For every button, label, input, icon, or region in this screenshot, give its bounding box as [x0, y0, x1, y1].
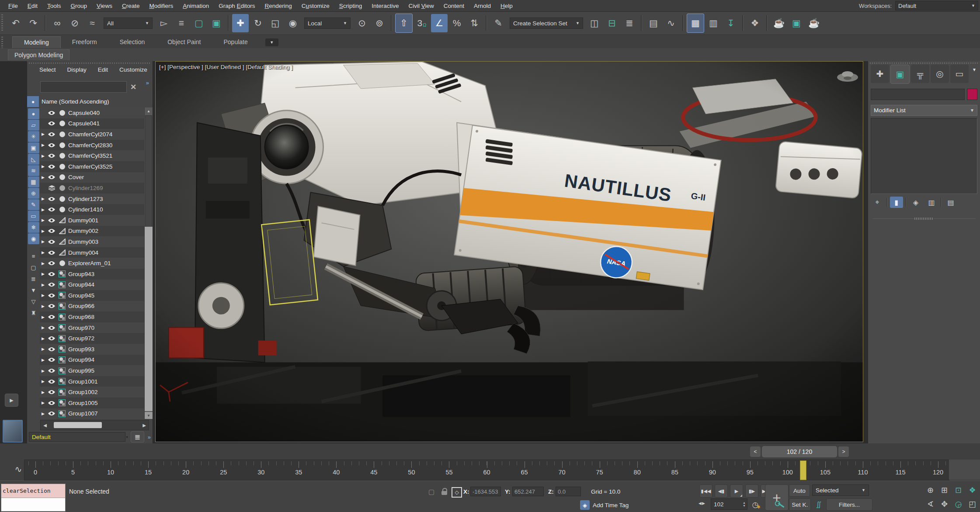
select-by-name-button[interactable]: ≡	[173, 14, 190, 32]
visibility-eye-icon[interactable]	[46, 228, 57, 233]
expand-icon[interactable]: ▶	[40, 250, 46, 255]
named-selection-sets-dropdown[interactable]: Create Selection Set▼	[510, 17, 583, 29]
expand-icon[interactable]: ▶	[40, 401, 46, 405]
remove-modifier-button[interactable]: ▥	[925, 197, 938, 208]
snaps-toggle[interactable]: 3Ω	[414, 14, 430, 32]
expand-icon[interactable]: ▶	[40, 132, 46, 136]
menu-tools[interactable]: Tools	[42, 3, 66, 9]
footer-overflow-chevron-icon[interactable]: »	[148, 434, 151, 440]
display-helpers-filter[interactable]: ◺	[28, 154, 39, 165]
workspaces-dropdown[interactable]: Default ▼	[895, 1, 978, 10]
scroll-up-icon[interactable]: ▲	[145, 107, 153, 114]
ribbon-tab-selection[interactable]: Selection	[108, 36, 156, 48]
unlink-selection-button[interactable]: ⊘	[66, 14, 83, 32]
select-and-rotate-button[interactable]: ↻	[250, 14, 266, 32]
set-key-button[interactable]: Set K.	[789, 498, 811, 511]
visibility-eye-icon[interactable]	[46, 347, 57, 352]
command-tab-motion[interactable]: ◎	[931, 65, 949, 83]
scene-object-row[interactable]: Cylinder1269	[40, 183, 144, 194]
bind-to-space-warp-button[interactable]: ≈	[84, 14, 101, 32]
scene-object-row[interactable]: ▶Group1005	[40, 398, 144, 408]
scene-object-row[interactable]: Capsule041	[40, 118, 144, 129]
make-unique-button[interactable]: ◈	[909, 197, 922, 208]
key-filters-button[interactable]: Filters...	[826, 498, 872, 511]
ribbon-tab-populate[interactable]: Populate	[212, 36, 259, 48]
menu-rendering[interactable]: Rendering	[260, 3, 297, 9]
ribbon-tab-modeling[interactable]: Modeling	[12, 36, 61, 48]
expand-icon[interactable]: ▶	[40, 369, 46, 373]
menu-scripting[interactable]: Scripting	[334, 3, 367, 9]
scene-object-row[interactable]: ▶ChamferCyl3521	[40, 150, 144, 161]
explorer-menu-customize[interactable]: Customize	[119, 66, 147, 73]
selection-region-icon[interactable]: ▢	[426, 487, 437, 497]
scene-object-row[interactable]: ▶ExplorerArm_01	[40, 258, 144, 269]
play-button[interactable]: ▶	[730, 484, 743, 498]
expand-all-button[interactable]: ≡	[28, 251, 39, 262]
menu-customize[interactable]: Customize	[297, 3, 334, 9]
expand-icon[interactable]: ▶	[40, 293, 46, 298]
toggle-ribbon-button[interactable]: ▦	[687, 14, 704, 33]
expand-panel-button[interactable]: ▶	[5, 394, 18, 407]
pin-stack-button[interactable]: ⌖	[871, 197, 884, 208]
selection-filter-dropdown[interactable]: All▼	[104, 17, 153, 29]
scene-object-row[interactable]: ▶Cylinder1410	[40, 204, 144, 215]
expand-icon[interactable]: ▶	[40, 239, 46, 244]
command-tab-hierarchy[interactable]: ╦	[911, 65, 929, 83]
pan-view-button[interactable]: ✥	[938, 497, 951, 511]
menu-group[interactable]: Group	[66, 3, 92, 9]
expand-icon[interactable]: ▶	[40, 304, 46, 308]
visibility-eye-icon[interactable]	[46, 411, 57, 416]
command-tab-modify[interactable]: ▣	[890, 65, 910, 84]
expand-icon[interactable]: ▶	[40, 272, 46, 276]
activeshade-button[interactable]: ❖	[747, 14, 763, 32]
timeline-ruler[interactable]: 0510152025303540455055606570758085909510…	[24, 460, 949, 481]
expand-icon[interactable]: ▶	[40, 143, 46, 147]
menu-arnold[interactable]: Arnold	[469, 3, 496, 9]
sort-options-button[interactable]: ≣	[28, 273, 39, 284]
expand-icon[interactable]: ▶	[40, 175, 46, 180]
scene-object-row[interactable]: ▶ChamferCyl2830	[40, 140, 144, 151]
scene-object-row[interactable]: ▶Group966	[40, 301, 144, 312]
visibility-eye-icon[interactable]	[46, 239, 57, 244]
expand-icon[interactable]: ▶	[40, 283, 46, 287]
layers-icon[interactable]: ≣	[131, 431, 144, 443]
expand-icon[interactable]: ▶	[40, 154, 46, 158]
zoom-extents-all-button[interactable]: ❖	[966, 483, 979, 497]
visibility-eye-icon[interactable]	[46, 164, 57, 169]
zoom-extents-button[interactable]: ⊡	[952, 483, 965, 497]
polygon-modeling-panel-tab[interactable]: Polygon Modeling	[8, 49, 70, 60]
visibility-eye-icon[interactable]	[46, 143, 57, 148]
align-button[interactable]: ⊟	[604, 14, 620, 32]
mirror-button[interactable]: ◫	[586, 14, 603, 32]
visibility-eye-icon[interactable]	[46, 197, 57, 201]
scroll-right-icon[interactable]: ▶	[140, 423, 149, 428]
scrollbar-thumb[interactable]	[145, 115, 152, 228]
layer-field-flyout[interactable]: ▾	[126, 435, 128, 439]
ribbon-tab-object-paint[interactable]: Object Paint	[156, 36, 212, 48]
horizontal-scrollbar[interactable]: ◀ ▶	[40, 420, 149, 430]
expand-icon[interactable]: ▶	[40, 390, 46, 394]
scene-object-row[interactable]: ▶Group1001	[40, 376, 144, 387]
expand-icon[interactable]: ▶	[40, 358, 46, 362]
object-color-swatch[interactable]	[967, 89, 977, 100]
listener-script-line[interactable]	[1, 498, 65, 511]
display-cameras-filter[interactable]: ▣	[28, 142, 39, 153]
select-and-uniform-scale-button[interactable]: ◱	[267, 14, 284, 32]
scroll-left-icon[interactable]: ◀	[41, 423, 49, 428]
redo-button[interactable]: ↷	[25, 14, 42, 32]
display-bones-filter[interactable]: ✎	[28, 199, 39, 210]
advanced-filter-button[interactable]: ▽	[28, 296, 39, 307]
visibility-eye-icon[interactable]	[46, 207, 57, 212]
display-lights-filter[interactable]: ✳	[28, 131, 39, 142]
reference-coordinate-system-dropdown[interactable]: Local▼	[304, 17, 351, 29]
visibility-eye-icon[interactable]	[46, 325, 57, 330]
explorer-menu-select[interactable]: Select	[39, 66, 56, 73]
scroll-down-icon[interactable]: ▼	[145, 412, 153, 419]
z-coordinate-field[interactable]	[556, 487, 581, 496]
modifier-list-dropdown[interactable]: Modifier List ▼	[871, 105, 977, 116]
selection-sets-button[interactable]: ♜	[28, 308, 39, 318]
scene-object-row[interactable]: ▶Group943	[40, 269, 144, 280]
layer-stack-icon[interactable]	[46, 185, 57, 191]
scene-object-row[interactable]: ▶Dummy001	[40, 215, 144, 226]
menu-interactive[interactable]: Interactive	[367, 3, 403, 9]
